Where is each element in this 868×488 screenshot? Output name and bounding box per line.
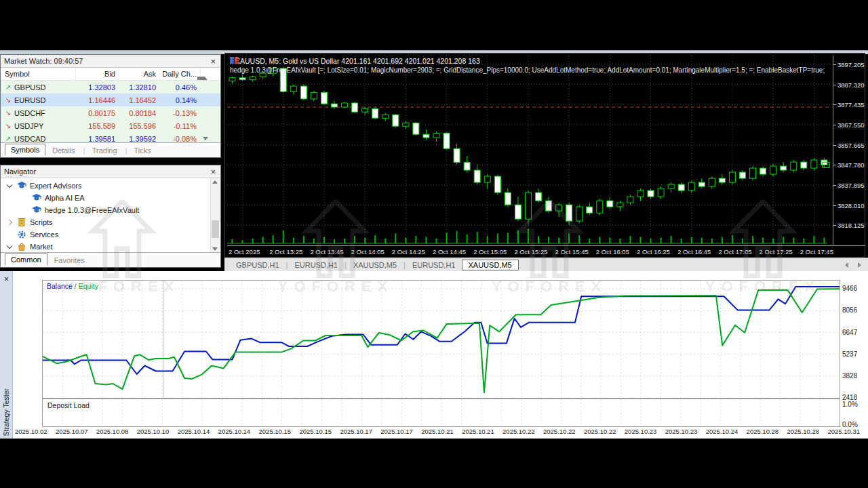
trend-up-icon: ↗ [5, 135, 12, 142]
close-icon[interactable]: × [3, 275, 10, 284]
column-header-dailych[interactable]: Daily Ch... [159, 68, 200, 80]
navigator-item-services[interactable]: Services [1, 228, 220, 241]
navigator-item-scripts[interactable]: Scripts [1, 216, 220, 228]
navigator-tab-favorites[interactable]: Favorites [49, 255, 90, 266]
navigator-item-expert-advisors[interactable]: Expert Advisors [1, 180, 220, 192]
time-axis-label: 2 Oct 14:45 [433, 248, 466, 256]
scroll-right-icon[interactable] [858, 262, 861, 268]
symbol-cell: ↗USDCAD [1, 135, 75, 143]
time-axis-label: 2 Oct 17:25 [760, 248, 793, 256]
column-header-symbol[interactable]: Symbol [1, 68, 75, 80]
market-watch-titlebar: Market Watch: 09:40:57 × [1, 55, 220, 68]
tester-date-label: 2025.10.07 [56, 428, 88, 435]
chart-tab-eurusd-h1-3[interactable]: EURUSD,H1 [406, 260, 462, 270]
chevron-down-icon[interactable] [7, 243, 12, 248]
daily-change-cell: -0.08% [159, 135, 200, 143]
legend-separator: / [73, 282, 79, 290]
price-tick [833, 185, 836, 186]
market-watch-title: Market Watch: 09:40:57 [4, 57, 83, 65]
navigator-item-alpha-ai-ea[interactable]: Alpha AI EA [1, 192, 220, 204]
price-tick [833, 125, 836, 125]
tester-date-label: 2025.10.28 [787, 428, 820, 435]
chart-tabbar: GBPUSD,H1|EURUSD,H1|XAUUSD,M5|EURUSD,H1X… [224, 258, 868, 271]
chevron-right-icon[interactable] [7, 220, 12, 225]
scrollbar-thumb[interactable] [212, 220, 219, 238]
scroll-cell[interactable] [200, 137, 211, 140]
tester-date-axis: 2025.10.022025.10.072025.10.082025.10.10… [15, 428, 860, 435]
chart-tab-xauusd-m5-2[interactable]: XAUUSD,M5 [347, 260, 403, 270]
deposit-load-plot [43, 399, 840, 426]
navigator-tab-common[interactable]: Common [5, 253, 47, 266]
tester-balance-chart[interactable]: Balance / Equity [42, 280, 840, 399]
chart-tab-eurusd-h1-1[interactable]: EURUSD,H1 [288, 260, 344, 270]
tester-ytick-label: 5237 [842, 350, 857, 358]
market-watch-tab-symbols[interactable]: Symbols [5, 144, 45, 156]
column-header-ask[interactable]: Ask [119, 68, 159, 80]
navigator-item-hedge-1-0-3-freeeafxvault[interactable]: hedge 1.0.3@FreeEAfxVault [1, 204, 220, 216]
time-axis-label: 2 Oct 17:05 [718, 248, 751, 256]
daily-change-cell: 0.46% [159, 83, 200, 92]
market-watch-row-gbpusd[interactable]: ↗GBPUSD1.328031.328100.46% [1, 81, 220, 94]
chart-tab-gbpusd-h1-0[interactable]: GBPUSD,H1 [230, 260, 285, 270]
tester-date-label: 2025.10.14 [178, 428, 210, 435]
chart-tab-xauusd-m5-4[interactable]: XAUUSD,M5 [462, 260, 519, 270]
market-watch-tab-ticks[interactable]: Ticks [128, 145, 156, 156]
price-axis-label: 3818.125 [837, 222, 865, 229]
chevron-down-icon[interactable] [7, 182, 12, 187]
time-axis-label: 2 Oct 13:25 [269, 248, 302, 256]
tester-date-label: 2025.10.23 [625, 428, 657, 435]
scroll-up-cell[interactable] [200, 68, 211, 80]
ea-parameters-line: hedge 1.0.3@FreeEAfxVault [=; LotSize=0.… [230, 66, 827, 74]
navigator-item-label: Services [30, 230, 58, 239]
scroll-left-icon[interactable] [845, 262, 848, 268]
time-axis-label: 2 Oct 14:25 [392, 248, 425, 256]
trend-down-icon: ↘ [5, 109, 12, 117]
time-axis-label: 2 Oct 16:45 [677, 248, 711, 256]
time-axis-label: 2 Oct 16:25 [637, 248, 670, 256]
price-axis[interactable]: 3897.2053887.3203877.4353867.5503857.665… [833, 56, 866, 245]
column-header-bid[interactable]: Bid [75, 68, 119, 80]
tester-date-label: 2025.10.22 [502, 428, 535, 435]
price-tick [833, 205, 836, 206]
price-tick [833, 85, 836, 85]
market-watch-tab-trading[interactable]: Trading [87, 145, 123, 156]
market-watch-row-eurusd[interactable]: ↘EURUSD1.164461.164520.14% [1, 94, 220, 106]
time-axis-label: 2 Oct 2025 [229, 248, 260, 256]
symbol-cell: ↘USDJPY [1, 122, 75, 130]
close-icon[interactable]: × [209, 167, 217, 176]
market-watch-tab-details[interactable]: Details [47, 145, 81, 156]
navigator-item-market[interactable]: Market [1, 241, 220, 253]
deposit-load-chart[interactable]: Deposit Load [42, 399, 840, 427]
tester-ytick-label: 6647 [842, 329, 857, 336]
trend-down-icon: ↘ [5, 96, 12, 104]
market-watch-row-usdchf[interactable]: ↘USDCHF0.801750.80184-0.13% [1, 106, 220, 119]
ea-icon [32, 194, 41, 202]
strategy-tester-sidebar[interactable]: × Strategy Tester [0, 271, 13, 439]
tester-date-label: 2025.10.22 [584, 428, 616, 435]
price-axis-label: 3837.895 [837, 182, 865, 189]
legend-balance: Balance [47, 282, 73, 290]
navigator-item-label: hedge 1.0.3@FreeEAfxVault [45, 206, 139, 214]
tester-date-label: 2025.10.21 [421, 428, 454, 435]
navigator-item-label: Market [30, 243, 53, 251]
tester-date-label: 2025.10.15 [299, 428, 332, 435]
market-watch-row-usdjpy[interactable]: ↘USDJPY155.589155.596-0.11% [1, 119, 220, 132]
tester-date-label: 2025.10.02 [15, 428, 47, 435]
time-axis[interactable]: 2 Oct 20252 Oct 13:252 Oct 13:452 Oct 14… [227, 245, 865, 257]
tester-ytick-label: 3828 [842, 372, 857, 380]
price-axis-label: 3897.205 [837, 61, 865, 68]
close-icon[interactable]: × [209, 57, 217, 66]
tester-date-label: 2025.10.21 [462, 428, 494, 435]
market-watch-panel: Market Watch: 09:40:57 × SymbolBidAskDai… [0, 54, 221, 158]
bid-cell: 155.589 [75, 122, 119, 130]
chart-title-overlay: XAUUSD, M5: Gold vs US Dollar 4201.161 4… [230, 57, 827, 74]
navigator-scrollbar[interactable] [210, 178, 220, 253]
tester-date-label: 2025.10.23 [665, 428, 698, 435]
price-chart[interactable]: XAUUSD, M5: Gold vs US Dollar 4201.161 4… [227, 56, 830, 245]
scroll-down-icon[interactable] [212, 247, 218, 251]
price-axis-label: 3887.320 [837, 81, 865, 89]
time-axis-label: 2 Oct 15:25 [514, 248, 547, 256]
scroll-up-icon[interactable] [212, 180, 218, 184]
tester-date-label: 2025.10.22 [543, 428, 576, 435]
price-axis-label: 3857.665 [837, 142, 865, 149]
